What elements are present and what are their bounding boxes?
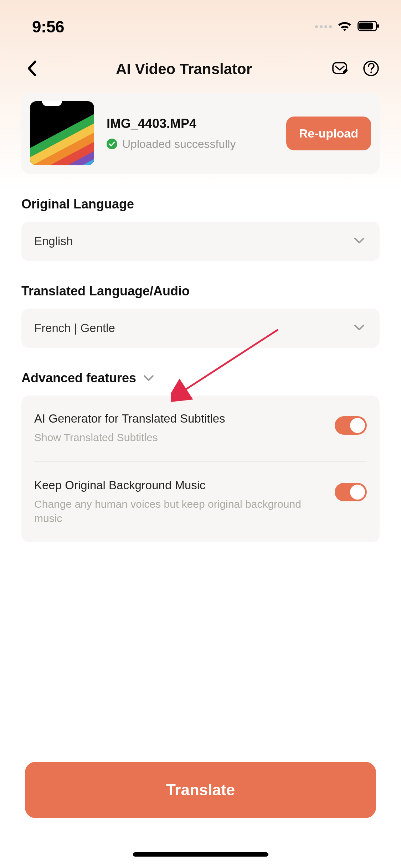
- video-thumbnail: [30, 101, 94, 165]
- original-language-label: Original Language: [21, 197, 380, 212]
- advanced-features-label: Advanced features: [21, 371, 136, 386]
- feature-bgmusic-toggle[interactable]: [335, 483, 367, 501]
- wifi-icon: [337, 18, 353, 35]
- help-icon: [363, 60, 380, 77]
- svg-rect-1: [359, 23, 373, 30]
- status-bar: 9:56: [0, 0, 401, 49]
- cellular-dots-icon: [315, 25, 332, 28]
- feature-subtitles-toggle[interactable]: [335, 416, 367, 435]
- advanced-features-toggle[interactable]: Advanced features: [21, 371, 380, 386]
- file-info: IMG_4403.MP4 Uploaded successfully: [107, 116, 274, 151]
- home-indicator[interactable]: [133, 852, 268, 857]
- chevron-down-icon: [354, 237, 365, 246]
- translated-language-value: French | Gentle: [34, 321, 115, 335]
- feature-bgmusic-desc: Change any human voices but keep origina…: [34, 497, 324, 526]
- chevron-down-icon: [354, 324, 365, 332]
- help-button[interactable]: [363, 60, 380, 78]
- envelope-edit-icon: [331, 60, 348, 77]
- file-name: IMG_4403.MP4: [107, 116, 274, 131]
- chevron-left-icon: [27, 61, 37, 76]
- battery-icon: [358, 20, 380, 33]
- upload-status-text: Uploaded successfully: [122, 138, 236, 151]
- advanced-features-card: AI Generator for Translated Subtitles Sh…: [21, 396, 380, 542]
- svg-rect-2: [377, 24, 379, 28]
- chevron-down-icon: [143, 374, 154, 382]
- nav-header: AI Video Translator: [0, 49, 401, 93]
- translated-language-label: Translated Language/Audio: [21, 284, 380, 299]
- check-icon: [107, 139, 117, 149]
- upload-status: Uploaded successfully: [107, 138, 274, 151]
- status-indicators: [315, 18, 380, 35]
- original-language-value: English: [34, 234, 73, 248]
- status-time: 9:56: [32, 17, 64, 36]
- translate-button[interactable]: Translate: [25, 762, 376, 818]
- reupload-button[interactable]: Re-upload: [286, 117, 371, 150]
- feedback-button[interactable]: [331, 60, 348, 78]
- page-title: AI Video Translator: [116, 61, 252, 78]
- nav-actions: [331, 60, 380, 78]
- back-button[interactable]: [27, 61, 37, 78]
- feature-bgmusic: Keep Original Background Music Change an…: [34, 461, 367, 542]
- svg-point-5: [370, 72, 372, 73]
- translated-language-select[interactable]: French | Gentle: [21, 309, 380, 348]
- upload-card: IMG_4403.MP4 Uploaded successfully Re-up…: [21, 93, 380, 174]
- feature-subtitles: AI Generator for Translated Subtitles Sh…: [34, 396, 367, 461]
- feature-subtitles-title: AI Generator for Translated Subtitles: [34, 412, 324, 425]
- feature-bgmusic-title: Keep Original Background Music: [34, 479, 324, 492]
- original-language-select[interactable]: English: [21, 222, 380, 261]
- feature-subtitles-desc: Show Translated Subtitles: [34, 430, 324, 445]
